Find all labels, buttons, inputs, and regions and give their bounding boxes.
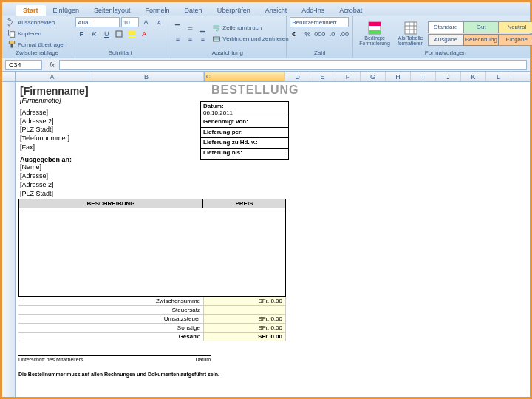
svg-rect-3 [10,32,15,38]
conditional-format-button[interactable]: Bedingte Formatierung [356,19,393,47]
th-price: PREIS [203,199,286,208]
align-bottom-button[interactable]: ▁ [197,23,208,33]
svg-point-0 [8,18,10,20]
copy-icon [7,29,16,38]
tab-add-ins[interactable]: Add-Ins [294,5,332,16]
group-label: Formatvorlagen [356,50,532,56]
col-header-I[interactable]: I [411,72,436,81]
align-mid-button[interactable]: ═ [184,23,196,33]
format-painter-button[interactable]: Format übertragen [5,39,69,50]
merge-button[interactable]: Verbinden und zentrieren [210,34,290,44]
bold-button[interactable]: F [75,29,87,39]
cell-style-gut[interactable]: Gut [463,21,499,33]
font-color-button[interactable]: A [138,29,150,39]
font-name-select[interactable]: Arial [75,17,119,27]
merge-icon [212,35,221,44]
font-size-select[interactable]: 10 [121,17,139,27]
tab-formeln[interactable]: Formeln [138,5,177,16]
order-table: BESCHREIBUNG PREIS ZwischensummeSFr. 0.0… [18,199,286,341]
col-header-G[interactable]: G [361,72,386,81]
worksheet[interactable]: [Firmenname] [Firmenmotto] [Adresse][Adr… [16,82,530,397]
align-right-button[interactable]: ≡ [197,34,208,44]
fx-icon[interactable]: fx [45,61,59,69]
svg-rect-5 [11,44,13,47]
select-all-button[interactable] [2,72,16,81]
info-row: Genehmigt von: [201,117,288,128]
percent-button[interactable]: % [302,29,313,39]
footnote: Die Bestellnummer muss auf allen Rechnun… [18,372,219,377]
currency-button[interactable]: € [290,29,301,39]
col-header-B[interactable]: B [89,72,204,81]
underline-button[interactable]: U [100,29,112,39]
svg-rect-14 [405,22,417,34]
column-headers: ABCDEFGHIJKL [2,72,530,82]
col-header-J[interactable]: J [436,72,461,81]
tab-daten[interactable]: Daten [177,5,210,16]
sum-row: GesamtSFr. 0.00 [18,332,286,341]
svg-rect-8 [128,36,135,38]
cell-style-ausgabe[interactable]: Ausgabe [428,34,463,46]
align-top-button[interactable]: ▔ [171,23,183,33]
col-header-K[interactable]: K [461,72,486,81]
order-items-area[interactable] [18,208,286,297]
formula-input[interactable] [59,60,527,70]
tab-einfügen[interactable]: Einfügen [46,5,87,16]
wrap-text-button[interactable]: Zeilenumbruch [210,23,290,33]
row-headers[interactable] [2,82,16,397]
svg-point-1 [8,24,10,26]
tab-seitenlayout[interactable]: Seitenlayout [86,5,138,16]
italic-button[interactable]: K [88,29,100,39]
svg-rect-7 [128,30,135,35]
cut-button[interactable]: Ausschneiden [5,17,69,27]
number-format-select[interactable]: Benutzerdefiniert [290,17,349,27]
col-header-E[interactable]: E [310,72,335,81]
signature-line: Unterschrift des Mitarbeiters Datum [18,355,211,362]
scissors-icon [7,18,16,27]
tab-start[interactable]: Start [16,5,46,16]
sum-row: ZwischensummeSFr. 0.00 [18,297,286,306]
col-header-H[interactable]: H [386,72,411,81]
col-header-F[interactable]: F [335,72,361,81]
svg-rect-13 [369,30,381,34]
col-header-A[interactable]: A [16,72,89,81]
cell-style-standard[interactable]: Standard [428,21,463,33]
cell-style-eingabe[interactable]: Eingabe [499,34,532,46]
info-row: Lieferung zu Hd. v.: [201,138,288,149]
info-row: Datum:06.10.2011 [201,102,288,117]
cell-style-berechnung[interactable]: Berechnung [463,34,499,46]
info-row: Lieferung bis: [201,149,288,159]
align-center-button[interactable]: ≡ [184,34,196,44]
tab-acrobat[interactable]: Acrobat [332,5,369,16]
th-description: BESCHREIBUNG [18,199,203,208]
fill-color-button[interactable] [126,29,137,39]
svg-text:€: € [292,30,296,38]
tab-ansicht[interactable]: Ansicht [258,5,295,16]
tab-überprüfen[interactable]: Überprüfen [210,5,258,16]
col-header-D[interactable]: D [285,72,310,81]
align-left-button[interactable]: ≡ [171,34,183,44]
col-header-C[interactable]: C [204,72,285,82]
sum-row: UmsatzsteuerSFr. 0.00 [18,315,286,324]
format-table-button[interactable]: Als Tabelle formatieren [395,19,426,47]
name-box[interactable]: C34 [5,60,42,70]
col-header-L[interactable]: L [486,72,511,81]
border-button[interactable] [113,29,125,39]
info-row: Lieferung per: [201,128,288,138]
dec-decimal-button[interactable]: .00 [338,29,349,39]
table-icon [403,21,418,35]
order-info-box: Datum:06.10.2011Genehmigt von:Lieferung … [200,101,289,160]
cond-format-icon [367,21,382,35]
comma-button[interactable]: 000 [314,29,326,39]
shrink-font-button[interactable]: A [153,17,165,27]
brush-icon [7,40,16,49]
cell-style-neutral[interactable]: Neutral [499,21,532,33]
grow-font-button[interactable]: A [140,17,152,27]
group-label: Ausrichtung [171,50,283,56]
sum-row: SonstigeSFr. 0.00 [18,324,286,332]
ribbon: Ausschneiden Kopieren Format übertragen … [2,16,530,58]
copy-button[interactable]: Kopieren [5,28,69,38]
doc-title: BESTELLUNG [211,83,299,97]
group-label: Schriftart [75,50,165,56]
svg-rect-4 [9,41,15,44]
inc-decimal-button[interactable]: .0 [327,29,338,39]
